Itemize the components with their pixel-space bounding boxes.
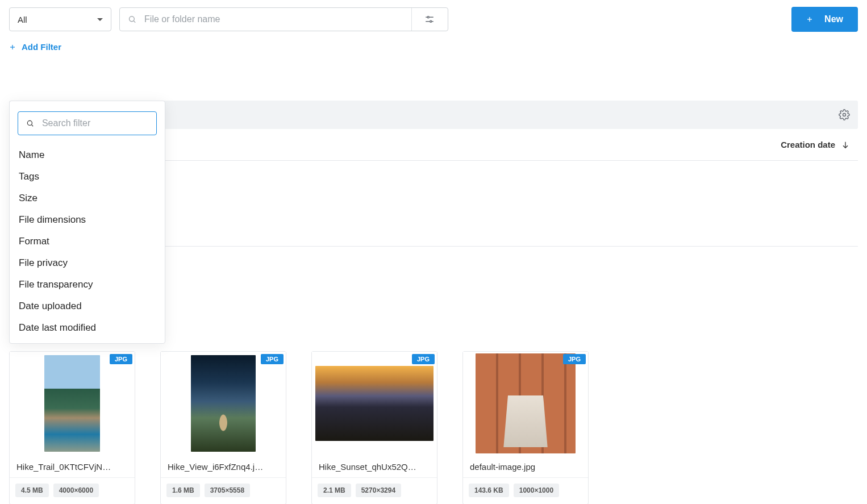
thumbnail-image — [191, 355, 256, 452]
filter-option[interactable]: Tags — [18, 166, 157, 188]
meta-row: 1.6 MB3705×5558 — [161, 478, 286, 504]
svg-point-5 — [430, 20, 432, 22]
format-badge: JPG — [563, 354, 586, 364]
file-name: default-image.jpg — [463, 455, 588, 478]
filter-search-input[interactable] — [42, 118, 148, 128]
format-badge: JPG — [412, 354, 435, 364]
meta-row: 143.6 KB1000×1000 — [463, 478, 588, 504]
dimensions-chip: 3705×5558 — [205, 484, 250, 497]
sliders-icon — [424, 14, 435, 24]
svg-point-0 — [130, 16, 135, 22]
format-badge: JPG — [110, 354, 132, 364]
gear-icon[interactable] — [839, 109, 850, 120]
thumb-area: JPG — [10, 352, 135, 455]
size-chip: 1.6 MB — [166, 484, 200, 497]
file-card[interactable]: JPGHike_View_i6FxfZnq4.j…1.6 MB3705×5558 — [160, 351, 286, 504]
content-area: NameTagsSizeFile dimensionsFormatFile pr… — [9, 101, 858, 504]
meta-row: 4.5 MB4000×6000 — [10, 478, 135, 504]
file-name: Hike_View_i6FxfZnq4.j… — [161, 455, 286, 478]
svg-line-11 — [32, 125, 34, 127]
add-filter-button[interactable]: Add Filter — [9, 42, 858, 52]
type-filter-value: All — [18, 15, 27, 24]
svg-point-10 — [27, 120, 32, 125]
meta-row: 2.1 MB5270×3294 — [312, 478, 437, 504]
filter-option[interactable]: Date uploaded — [18, 295, 157, 317]
svg-line-1 — [134, 21, 135, 23]
advanced-search-button[interactable] — [411, 8, 448, 31]
filter-option[interactable]: Size — [18, 188, 157, 209]
file-card[interactable]: JPGHike_Sunset_qhUx52Q…2.1 MB5270×3294 — [311, 351, 437, 504]
dimensions-chip: 1000×1000 — [514, 484, 559, 497]
size-chip: 143.6 KB — [469, 484, 509, 497]
search-container — [119, 7, 448, 31]
thumb-area: JPG — [312, 352, 437, 455]
new-button[interactable]: New — [791, 7, 858, 32]
filter-option[interactable]: File privacy — [18, 252, 157, 274]
format-badge: JPG — [261, 354, 284, 364]
filter-options-list: NameTagsSizeFile dimensionsFormatFile pr… — [18, 144, 157, 339]
thumbnail-image — [476, 353, 576, 453]
filter-option[interactable]: Name — [18, 144, 157, 166]
svg-point-12 — [843, 114, 846, 116]
file-name: Hike_Sunset_qhUx52Q… — [312, 455, 437, 478]
file-card[interactable]: JPGdefault-image.jpg143.6 KB1000×1000 — [462, 351, 589, 504]
filter-option[interactable]: File transparency — [18, 274, 157, 295]
type-filter-dropdown[interactable]: All — [9, 7, 111, 31]
thumbnail-image — [44, 355, 100, 452]
file-name: Hike_Trail_0KTtCFVjN… — [10, 455, 135, 478]
filter-search-wrap — [18, 111, 157, 135]
size-chip: 2.1 MB — [318, 484, 351, 497]
search-field-wrap — [120, 8, 411, 31]
size-chip: 4.5 MB — [15, 484, 49, 497]
svg-point-3 — [427, 16, 429, 18]
top-toolbar: All New — [9, 7, 858, 32]
search-icon — [128, 15, 136, 24]
filter-option[interactable]: Format — [18, 231, 157, 252]
file-card[interactable]: JPGHike_Trail_0KTtCFVjN…4.5 MB4000×6000 — [9, 351, 135, 504]
search-input[interactable] — [144, 14, 403, 24]
dimensions-chip: 4000×6000 — [53, 484, 99, 497]
thumbnail-image — [315, 366, 434, 441]
new-button-label: New — [824, 14, 843, 24]
arrow-down-icon[interactable] — [841, 140, 850, 149]
plus-icon — [9, 44, 16, 51]
filter-option[interactable]: Date last modified — [18, 317, 157, 339]
filter-option[interactable]: File dimensions — [18, 209, 157, 231]
sort-label[interactable]: Creation date — [781, 140, 835, 149]
chevron-down-icon — [97, 18, 103, 21]
thumb-area: JPG — [463, 352, 588, 455]
search-icon — [26, 119, 34, 128]
dimensions-chip: 5270×3294 — [356, 484, 401, 497]
plus-icon — [806, 16, 813, 23]
add-filter-label: Add Filter — [22, 42, 61, 52]
filter-popover: NameTagsSizeFile dimensionsFormatFile pr… — [9, 101, 165, 344]
thumb-area: JPG — [161, 352, 286, 455]
